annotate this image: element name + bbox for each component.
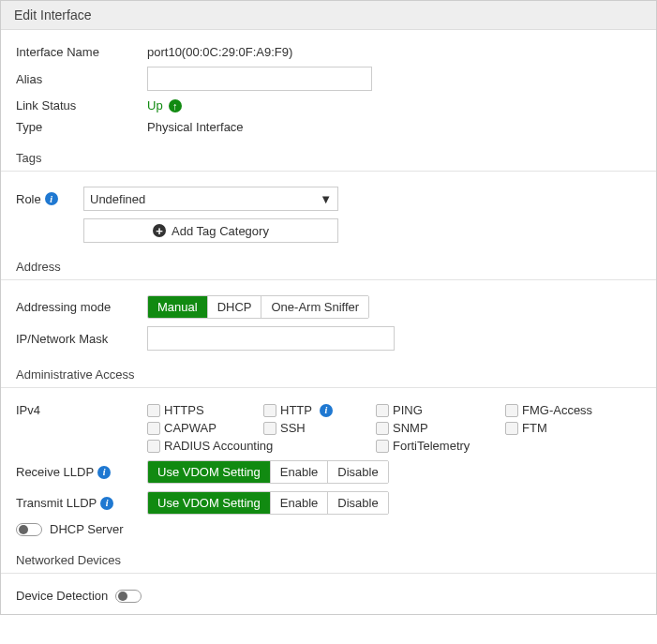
transmit-lldp-enable[interactable]: Enable: [271, 492, 328, 514]
device-detection-label: Device Detection: [16, 589, 108, 603]
plus-icon: +: [153, 224, 166, 237]
role-label: Role: [16, 192, 41, 206]
networked-devices-section: Device Detection: [1, 574, 656, 614]
chevron-down-icon: ▼: [320, 192, 332, 206]
addressing-mode-dhcp[interactable]: DHCP: [208, 296, 262, 318]
addressing-mode-group: Manual DHCP One-Arm Sniffer: [147, 295, 369, 319]
snmp-checkbox[interactable]: [376, 422, 389, 435]
info-icon[interactable]: i: [320, 404, 333, 417]
info-icon[interactable]: i: [45, 192, 58, 205]
link-status-label: Link Status: [16, 98, 147, 112]
admin-access-section-title: Administrative Access: [1, 362, 656, 388]
arrow-up-icon: ↑: [169, 99, 182, 112]
forti-checkbox[interactable]: [376, 440, 389, 453]
receive-lldp-disable[interactable]: Disable: [328, 461, 387, 483]
networked-devices-section-title: Networked Devices: [1, 547, 656, 574]
https-checkbox-label: HTTPS: [164, 403, 204, 417]
transmit-lldp-vdom[interactable]: Use VDOM Setting: [148, 492, 271, 514]
https-checkbox[interactable]: [147, 404, 160, 417]
role-select-value: Undefined: [90, 192, 145, 206]
alias-label: Alias: [16, 72, 147, 86]
fmg-checkbox[interactable]: [505, 404, 518, 417]
ip-network-mask-input[interactable]: [147, 326, 395, 351]
radius-checkbox-label: RADIUS Accounting: [164, 439, 273, 453]
radius-checkbox[interactable]: [147, 440, 160, 453]
type-value: Physical Interface: [147, 120, 641, 134]
info-icon[interactable]: i: [100, 497, 113, 510]
tags-section-title: Tags: [1, 145, 656, 172]
forti-checkbox-label: FortiTelemetry: [393, 439, 470, 453]
link-status-value: Up: [147, 98, 163, 112]
ssh-checkbox-label: SSH: [280, 421, 306, 435]
snmp-checkbox-label: SNMP: [393, 421, 428, 435]
ping-checkbox-label: PING: [393, 403, 423, 417]
receive-lldp-vdom[interactable]: Use VDOM Setting: [148, 461, 271, 483]
type-label: Type: [16, 120, 147, 134]
basic-section: Interface Name port10(00:0C:29:0F:A9:F9)…: [1, 30, 656, 145]
receive-lldp-label: Receive LLDP: [16, 465, 94, 479]
panel-title: Edit Interface: [14, 7, 92, 22]
http-checkbox[interactable]: [263, 404, 276, 417]
receive-lldp-group: Use VDOM Setting Enable Disable: [147, 460, 389, 484]
ssh-checkbox[interactable]: [263, 422, 276, 435]
address-section-title: Address: [1, 254, 656, 280]
interface-name-label: Interface Name: [16, 45, 147, 59]
addressing-mode-onearm[interactable]: One-Arm Sniffer: [261, 296, 368, 318]
dhcp-server-toggle[interactable]: [16, 523, 42, 536]
add-tag-category-button[interactable]: + Add Tag Category: [83, 218, 338, 243]
device-detection-toggle[interactable]: [115, 590, 142, 603]
fmg-checkbox-label: FMG-Access: [522, 403, 592, 417]
address-section: Addressing mode Manual DHCP One-Arm Snif…: [1, 280, 656, 362]
ftm-checkbox-label: FTM: [522, 421, 547, 435]
transmit-lldp-disable[interactable]: Disable: [328, 492, 387, 514]
capwap-checkbox-label: CAPWAP: [164, 421, 217, 435]
ftm-checkbox[interactable]: [505, 422, 518, 435]
add-tag-category-label: Add Tag Category: [172, 224, 269, 238]
addressing-mode-label: Addressing mode: [16, 300, 147, 314]
transmit-lldp-label: Transmit LLDP: [16, 496, 97, 510]
interface-name-value: port10(00:0C:29:0F:A9:F9): [147, 45, 641, 59]
addressing-mode-manual[interactable]: Manual: [148, 296, 208, 318]
role-select[interactable]: Undefined ▼: [83, 187, 338, 211]
alias-input[interactable]: [147, 67, 372, 91]
ipv4-label: IPv4: [16, 403, 147, 417]
edit-interface-panel: Edit Interface Interface Name port10(00:…: [0, 0, 657, 615]
receive-lldp-enable[interactable]: Enable: [271, 461, 328, 483]
info-icon[interactable]: i: [97, 466, 111, 479]
tags-section: Role i Undefined ▼ + Add Tag Category: [1, 172, 656, 254]
http-checkbox-label: HTTP: [280, 403, 312, 417]
transmit-lldp-group: Use VDOM Setting Enable Disable: [147, 491, 389, 515]
admin-access-section: IPv4 HTTPS HTTPi PING FMG-Access CAPWAP …: [1, 388, 656, 547]
ping-checkbox[interactable]: [376, 404, 389, 417]
capwap-checkbox[interactable]: [147, 422, 160, 435]
ip-network-mask-label: IP/Network Mask: [16, 332, 147, 346]
dhcp-server-label: DHCP Server: [50, 522, 124, 536]
panel-header: Edit Interface: [1, 1, 656, 30]
